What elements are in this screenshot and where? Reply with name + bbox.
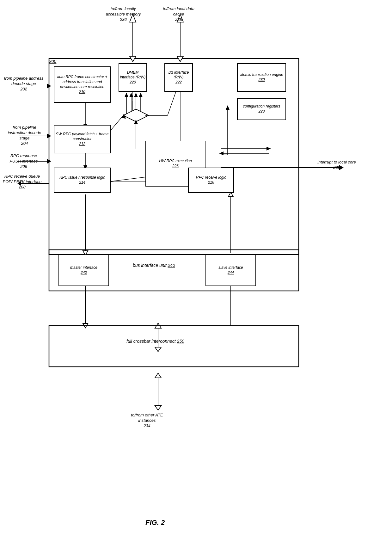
svg-marker-32: [121, 114, 126, 119]
atomic-num: 230: [240, 77, 283, 83]
rpc-pop-num: 208: [19, 185, 26, 189]
svg-marker-23: [129, 93, 133, 97]
bus-iface-label: bus interface unit 240: [133, 262, 175, 268]
svg-marker-45: [266, 147, 271, 151]
sw-rpc-label: SW RPC payload fetch + frame constructor…: [54, 132, 110, 147]
mem-num: 236: [120, 17, 127, 22]
rpc-receive-box: RPC receive logic216: [188, 168, 234, 193]
master-label: master interface242: [70, 265, 97, 275]
svg-marker-30: [134, 120, 138, 124]
cache-num: 238: [175, 17, 182, 22]
svg-marker-8: [47, 83, 51, 89]
master-box: master interface242: [58, 255, 109, 286]
svg-marker-66: [83, 323, 88, 328]
config-label: configuration registers228: [243, 104, 280, 114]
fig-label: FIG. 2: [145, 519, 165, 527]
mem-label: to/from locally accessible memory236: [104, 6, 142, 22]
dmem-box: DMEM interface (R/W)220: [119, 63, 147, 92]
ate-num: 234: [144, 423, 150, 428]
cache-label: to/from local data cache238: [161, 6, 196, 22]
dcache-box: D$ interface (R/W)222: [164, 63, 193, 92]
pipeline-addr-label: from pipeline address decode stage202: [3, 76, 44, 92]
ate-label: to/from other ATE instances234: [125, 413, 169, 429]
crossbar-label: full crossbar interconnect 250: [126, 338, 184, 344]
interrupt-num: 232: [333, 165, 340, 170]
auto-rpc-label: auto RPC frame constructor + address tra…: [54, 75, 110, 94]
rpc-issue-label: RPC issue / response logic214: [59, 175, 105, 185]
svg-marker-50: [228, 192, 233, 197]
svg-marker-60: [155, 323, 161, 328]
diagram-container: 200 DMEM interface (R/W)220 D$ interface…: [0, 0, 392, 541]
atomic-label: atomic transaction engine230: [240, 72, 283, 82]
svg-marker-64: [155, 406, 161, 410]
svg-marker-47: [219, 151, 224, 155]
svg-marker-61: [155, 347, 161, 352]
svg-marker-21: [125, 93, 128, 97]
svg-marker-43: [226, 105, 230, 110]
svg-marker-27: [139, 93, 143, 97]
dcache-num: 222: [165, 80, 192, 85]
slave-num: 244: [218, 270, 243, 275]
master-num: 242: [70, 270, 97, 275]
rpc-receive-num: 216: [196, 180, 226, 185]
dcache-label: D$ interface (R/W)222: [165, 70, 192, 85]
svg-marker-6: [177, 56, 183, 62]
pipeline-instr-label: from pipeline instruction decode stage20…: [3, 125, 46, 146]
dmem-label: DMEM interface (R/W)220: [119, 70, 146, 85]
rpc-issue-num: 214: [59, 180, 105, 185]
slave-label: slave interface244: [218, 265, 243, 275]
rpc-issue-box: RPC issue / response logic214: [54, 168, 111, 193]
svg-marker-25: [134, 93, 138, 97]
svg-marker-18: [131, 113, 135, 118]
svg-marker-28: [123, 109, 149, 122]
slave-box: slave interface244: [205, 255, 256, 286]
svg-marker-12: [47, 159, 51, 164]
auto-rpc-box: auto RPC frame constructor + address tra…: [54, 66, 111, 103]
hw-rpc-label: HW RPC execution226: [159, 159, 192, 169]
rpc-pop-label: RPC receive queue POP/ PEEK interface208: [2, 174, 43, 190]
pipeline-addr-num: 202: [20, 87, 27, 91]
hw-rpc-num: 226: [159, 164, 192, 169]
svg-marker-63: [155, 373, 161, 378]
config-num: 228: [243, 109, 280, 114]
svg-marker-3: [130, 56, 136, 62]
svg-marker-10: [47, 133, 51, 138]
main-box-num: 200: [49, 58, 56, 64]
atomic-box: atomic transaction engine230: [237, 63, 286, 92]
svg-rect-70: [49, 326, 299, 367]
rpc-receive-label: RPC receive logic216: [196, 175, 226, 185]
sw-rpc-box: SW RPC payload fetch + frame constructor…: [54, 125, 111, 153]
config-box: configuration registers228: [237, 98, 286, 120]
interrupt-label: interrupt to local core232: [316, 160, 357, 170]
rpc-push-num: 206: [20, 164, 27, 169]
dmem-num: 220: [119, 80, 146, 85]
auto-rpc-num: 210: [54, 89, 110, 95]
pipeline-instr-num: 204: [21, 141, 28, 146]
svg-line-55: [168, 89, 177, 115]
rpc-push-label: RPC response PUSH interface206: [5, 153, 43, 169]
sw-rpc-num: 212: [54, 142, 110, 147]
